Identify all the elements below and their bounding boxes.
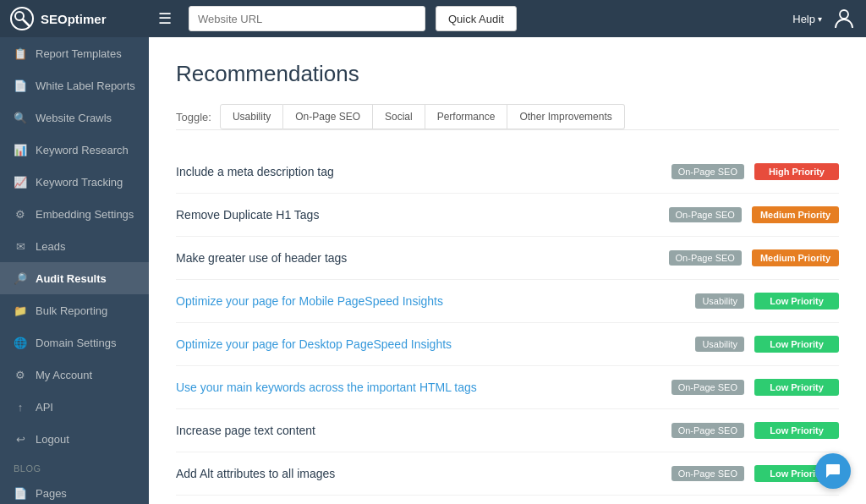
svg-line-2 <box>23 19 29 25</box>
website-crawls-icon: 🔍 <box>14 111 27 124</box>
filter-btn-other-improvements[interactable]: Other Improvements <box>507 104 624 129</box>
sidebar-item-my-account[interactable]: ⚙ My Account <box>0 359 149 391</box>
sidebar-item-label: Leads <box>36 240 65 253</box>
rec-tag-rec-2: On-Page SEO <box>669 207 742 222</box>
rec-title-rec-7: Increase page text content <box>176 424 661 437</box>
audit-results-icon: 🔎 <box>14 271 27 285</box>
user-svg <box>832 6 856 30</box>
keyword-tracking-icon: 📈 <box>14 175 27 189</box>
recommendations-list: Include a meta description tagOn-Page SE… <box>176 151 839 496</box>
domain-settings-icon: 🌐 <box>14 336 27 349</box>
sidebar-item-white-label-reports[interactable]: 📄 White Label Reports <box>0 69 149 101</box>
pages-icon: 📄 <box>14 486 27 500</box>
logout-icon: ↩ <box>14 432 27 446</box>
sidebar-item-report-templates[interactable]: 📋 Report Templates <box>0 37 149 69</box>
rec-link-rec-4[interactable]: Optimize your page for Mobile PageSpeed … <box>176 294 443 308</box>
filter-btn-on-page-seo[interactable]: On-Page SEO <box>283 104 373 129</box>
rec-link-rec-6[interactable]: Use your main keywords across the import… <box>176 381 477 394</box>
main-content: Recommendations Toggle: UsabilityOn-Page… <box>149 37 866 504</box>
rec-priority-rec-5: Low Priority <box>754 336 839 353</box>
filter-btn-usability[interactable]: Usability <box>220 104 283 129</box>
filter-toggle-row: Toggle: UsabilityOn-Page SEOSocialPerfor… <box>176 104 839 130</box>
rec-row-rec-3: Make greater use of header tagsOn-Page S… <box>176 237 839 280</box>
report-templates-icon: 📋 <box>14 47 27 60</box>
sidebar-item-keyword-tracking[interactable]: 📈 Keyword Tracking <box>0 166 149 198</box>
rec-row-rec-5: Optimize your page for Desktop PageSpeed… <box>176 323 839 366</box>
sidebar-item-api[interactable]: ↑ API <box>0 391 149 423</box>
api-icon: ↑ <box>14 400 27 414</box>
rec-title-rec-3: Make greater use of header tags <box>176 251 659 265</box>
rec-priority-rec-6: Low Priority <box>754 379 839 396</box>
rec-row-rec-1: Include a meta description tagOn-Page SE… <box>176 151 839 194</box>
chevron-down-icon: ▾ <box>818 14 822 24</box>
sidebar-item-label: Domain Settings <box>36 337 116 349</box>
rec-title-rec-5[interactable]: Optimize your page for Desktop PageSpeed… <box>176 337 685 351</box>
sidebar-item-label: Embedding Settings <box>36 208 134 221</box>
rec-title-rec-1: Include a meta description tag <box>176 165 661 178</box>
sidebar-item-domain-settings[interactable]: 🌐 Domain Settings <box>0 326 149 359</box>
user-icon[interactable] <box>832 6 856 32</box>
keyword-research-icon: 📊 <box>14 143 27 156</box>
white-label-reports-icon: 📄 <box>14 79 27 92</box>
rec-row-rec-2: Remove Duplicate H1 TagsOn-Page SEOMediu… <box>176 194 839 237</box>
quick-audit-button[interactable]: Quick Audit <box>436 6 517 31</box>
filter-btn-social[interactable]: Social <box>373 104 425 129</box>
sidebar-item-label: Audit Results <box>36 272 107 285</box>
my-account-icon: ⚙ <box>14 368 27 381</box>
rec-tag-rec-7: On-Page SEO <box>671 423 744 438</box>
rec-tag-rec-1: On-Page SEO <box>671 164 744 179</box>
sidebar-item-label: White Label Reports <box>36 79 135 92</box>
svg-point-3 <box>840 10 848 19</box>
rec-row-rec-8: Add Alt attributes to all imagesOn-Page … <box>176 452 839 496</box>
sidebar-item-bulk-reporting[interactable]: 📁 Bulk Reporting <box>0 294 149 326</box>
rec-priority-rec-4: Low Priority <box>754 293 839 310</box>
rec-row-rec-4: Optimize your page for Mobile PageSpeed … <box>176 280 839 323</box>
rec-title-rec-4[interactable]: Optimize your page for Mobile PageSpeed … <box>176 294 685 308</box>
sidebar-item-label: Bulk Reporting <box>36 304 107 317</box>
sidebar-item-website-crawls[interactable]: 🔍 Website Crawls <box>0 101 149 134</box>
rec-title-rec-6[interactable]: Use your main keywords across the import… <box>176 381 661 394</box>
logo: SEOptimer <box>10 7 141 30</box>
sidebar-item-label: Keyword Research <box>36 144 129 156</box>
help-label: Help <box>792 13 815 25</box>
rec-priority-rec-3: Medium Priority <box>752 249 839 266</box>
sidebar-item-label: Report Templates <box>36 47 122 60</box>
rec-tag-rec-5: Usability <box>695 337 744 352</box>
help-button[interactable]: Help ▾ <box>792 13 822 25</box>
sidebar-item-logout[interactable]: ↩ Logout <box>0 423 149 455</box>
rec-tag-rec-4: Usability <box>695 293 744 309</box>
page-title: Recommendations <box>176 61 839 87</box>
embedding-settings-icon: ⚙ <box>14 207 27 221</box>
rec-priority-rec-2: Medium Priority <box>752 206 839 223</box>
rec-priority-rec-1: High Priority <box>754 163 839 180</box>
sidebar-item-label: Website Crawls <box>36 112 112 124</box>
sidebar-item-pages[interactable]: 📄 Pages <box>0 477 149 504</box>
rec-priority-rec-7: Low Priority <box>754 422 839 439</box>
logo-icon <box>10 7 34 30</box>
rec-row-rec-7: Increase page text contentOn-Page SEOLow… <box>176 409 839 452</box>
sidebar-item-label: Keyword Tracking <box>36 176 123 189</box>
rec-row-rec-6: Use your main keywords across the import… <box>176 366 839 409</box>
blog-section-label: Blog <box>0 455 149 477</box>
chat-bubble[interactable] <box>815 453 851 489</box>
sidebar-item-keyword-research[interactable]: 📊 Keyword Research <box>0 134 149 166</box>
main-layout: 📋 Report Templates 📄 White Label Reports… <box>0 37 866 504</box>
url-input[interactable] <box>189 6 425 31</box>
sidebar-item-audit-results[interactable]: 🔎 Audit Results <box>0 262 149 294</box>
topbar: SEOptimer ☰ Quick Audit Help ▾ <box>0 0 866 37</box>
sidebar-item-label: API <box>36 401 53 414</box>
sidebar-item-embedding-settings[interactable]: ⚙ Embedding Settings <box>0 198 149 230</box>
rec-title-rec-2: Remove Duplicate H1 Tags <box>176 208 659 222</box>
topbar-right: Help ▾ <box>792 6 856 32</box>
logo-text: SEOptimer <box>41 12 107 26</box>
sidebar-item-label: My Account <box>36 369 92 381</box>
bulk-reporting-icon: 📁 <box>14 304 27 317</box>
rec-tag-rec-6: On-Page SEO <box>671 380 744 395</box>
filter-btn-performance[interactable]: Performance <box>425 104 508 129</box>
sidebar: 📋 Report Templates 📄 White Label Reports… <box>0 37 149 504</box>
rec-link-rec-5[interactable]: Optimize your page for Desktop PageSpeed… <box>176 337 452 351</box>
sidebar-item-leads[interactable]: ✉ Leads <box>0 230 149 262</box>
menu-icon[interactable]: ☰ <box>151 6 178 31</box>
rec-tag-rec-3: On-Page SEO <box>669 250 742 266</box>
leads-icon: ✉ <box>14 239 27 253</box>
